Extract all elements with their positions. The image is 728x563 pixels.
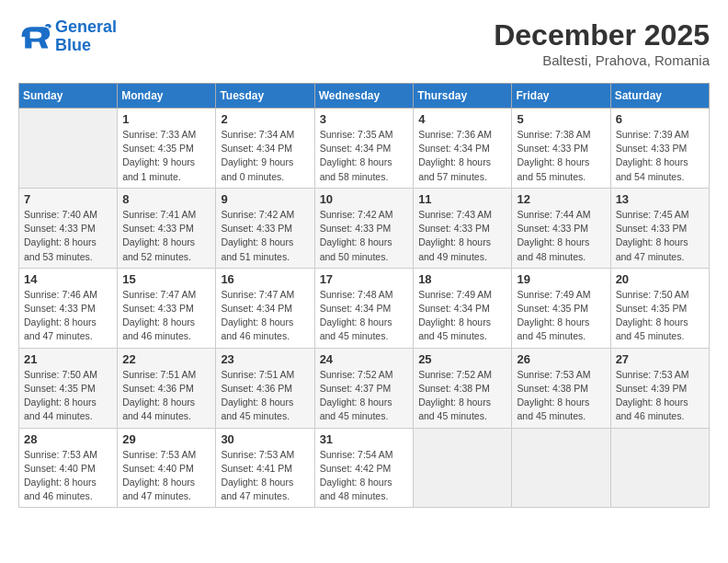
calendar-day: 8 Sunrise: 7:41 AMSunset: 4:33 PMDayligh… (118, 188, 216, 268)
day-info: Sunrise: 7:51 AMSunset: 4:36 PMDaylight:… (221, 368, 309, 424)
day-number: 12 (517, 192, 605, 206)
calendar-day: 30 Sunrise: 7:53 AMSunset: 4:41 PMDaylig… (216, 428, 314, 508)
day-info: Sunrise: 7:42 AMSunset: 4:33 PMDaylight:… (320, 208, 409, 264)
calendar-day: 12 Sunrise: 7:44 AMSunset: 4:33 PMDaylig… (512, 188, 610, 268)
day-info: Sunrise: 7:47 AMSunset: 4:34 PMDaylight:… (221, 288, 309, 344)
calendar-day: 11 Sunrise: 7:43 AMSunset: 4:33 PMDaylig… (414, 188, 512, 268)
day-info: Sunrise: 7:52 AMSunset: 4:38 PMDaylight:… (418, 368, 506, 424)
calendar-header-sunday: Sunday (19, 84, 118, 109)
calendar-day (512, 428, 610, 508)
page-header: General Blue December 2025 Baltesti, Pra… (18, 18, 710, 68)
calendar-day: 7 Sunrise: 7:40 AMSunset: 4:33 PMDayligh… (19, 188, 118, 268)
day-info: Sunrise: 7:49 AMSunset: 4:35 PMDaylight:… (517, 288, 605, 344)
day-info: Sunrise: 7:36 AMSunset: 4:34 PMDaylight:… (418, 128, 506, 184)
calendar-header-row: SundayMondayTuesdayWednesdayThursdayFrid… (19, 84, 710, 109)
calendar-day: 26 Sunrise: 7:53 AMSunset: 4:38 PMDaylig… (512, 348, 610, 428)
calendar-header-wednesday: Wednesday (314, 84, 414, 109)
day-info: Sunrise: 7:44 AMSunset: 4:33 PMDaylight:… (517, 208, 605, 264)
calendar-day: 25 Sunrise: 7:52 AMSunset: 4:38 PMDaylig… (414, 348, 512, 428)
day-number: 15 (122, 272, 210, 286)
day-number: 28 (24, 432, 112, 446)
day-number: 11 (418, 192, 506, 206)
calendar-day: 1 Sunrise: 7:33 AMSunset: 4:35 PMDayligh… (118, 109, 216, 189)
calendar-week-4: 21 Sunrise: 7:50 AMSunset: 4:35 PMDaylig… (19, 348, 710, 428)
calendar-day (19, 109, 118, 189)
day-number: 24 (320, 352, 409, 366)
calendar-header-tuesday: Tuesday (216, 84, 314, 109)
calendar-day: 2 Sunrise: 7:34 AMSunset: 4:34 PMDayligh… (216, 109, 314, 189)
calendar-header-friday: Friday (512, 84, 610, 109)
day-number: 7 (24, 192, 112, 206)
day-info: Sunrise: 7:49 AMSunset: 4:34 PMDaylight:… (418, 288, 506, 344)
day-number: 20 (616, 272, 704, 286)
day-number: 10 (320, 192, 409, 206)
day-number: 6 (616, 112, 704, 126)
calendar-day: 6 Sunrise: 7:39 AMSunset: 4:33 PMDayligh… (610, 109, 709, 189)
day-info: Sunrise: 7:48 AMSunset: 4:34 PMDaylight:… (320, 288, 409, 344)
month-year: December 2025 (494, 18, 710, 52)
day-info: Sunrise: 7:53 AMSunset: 4:40 PMDaylight:… (122, 448, 210, 504)
day-number: 3 (320, 112, 409, 126)
calendar-day: 20 Sunrise: 7:50 AMSunset: 4:35 PMDaylig… (610, 268, 709, 348)
day-info: Sunrise: 7:53 AMSunset: 4:40 PMDaylight:… (24, 448, 112, 504)
calendar-day: 5 Sunrise: 7:38 AMSunset: 4:33 PMDayligh… (512, 109, 610, 189)
day-number: 22 (122, 352, 210, 366)
calendar-day: 19 Sunrise: 7:49 AMSunset: 4:35 PMDaylig… (512, 268, 610, 348)
calendar-day: 16 Sunrise: 7:47 AMSunset: 4:34 PMDaylig… (216, 268, 314, 348)
day-number: 14 (24, 272, 112, 286)
day-info: Sunrise: 7:53 AMSunset: 4:41 PMDaylight:… (221, 448, 309, 504)
day-info: Sunrise: 7:50 AMSunset: 4:35 PMDaylight:… (24, 368, 112, 424)
logo: General Blue (18, 18, 117, 55)
day-info: Sunrise: 7:51 AMSunset: 4:36 PMDaylight:… (122, 368, 210, 424)
day-number: 18 (418, 272, 506, 286)
location: Baltesti, Prahova, Romania (494, 52, 710, 68)
day-number: 13 (616, 192, 704, 206)
day-info: Sunrise: 7:39 AMSunset: 4:33 PMDaylight:… (616, 128, 704, 184)
day-number: 17 (320, 272, 409, 286)
day-info: Sunrise: 7:42 AMSunset: 4:33 PMDaylight:… (221, 208, 309, 264)
calendar-day (610, 428, 709, 508)
day-number: 19 (517, 272, 605, 286)
calendar-header-thursday: Thursday (414, 84, 512, 109)
calendar-day: 3 Sunrise: 7:35 AMSunset: 4:34 PMDayligh… (314, 109, 414, 189)
day-number: 16 (221, 272, 309, 286)
calendar-day: 13 Sunrise: 7:45 AMSunset: 4:33 PMDaylig… (610, 188, 709, 268)
calendar-day: 9 Sunrise: 7:42 AMSunset: 4:33 PMDayligh… (216, 188, 314, 268)
day-info: Sunrise: 7:46 AMSunset: 4:33 PMDaylight:… (24, 288, 112, 344)
day-number: 30 (221, 432, 309, 446)
day-number: 1 (122, 112, 210, 126)
day-number: 25 (418, 352, 506, 366)
calendar-day: 31 Sunrise: 7:54 AMSunset: 4:42 PMDaylig… (314, 428, 414, 508)
day-number: 4 (418, 112, 506, 126)
day-info: Sunrise: 7:34 AMSunset: 4:34 PMDaylight:… (221, 128, 309, 184)
calendar-day: 10 Sunrise: 7:42 AMSunset: 4:33 PMDaylig… (314, 188, 414, 268)
calendar-week-3: 14 Sunrise: 7:46 AMSunset: 4:33 PMDaylig… (19, 268, 710, 348)
day-info: Sunrise: 7:47 AMSunset: 4:33 PMDaylight:… (122, 288, 210, 344)
day-info: Sunrise: 7:53 AMSunset: 4:38 PMDaylight:… (517, 368, 605, 424)
calendar-day: 24 Sunrise: 7:52 AMSunset: 4:37 PMDaylig… (314, 348, 414, 428)
day-info: Sunrise: 7:45 AMSunset: 4:33 PMDaylight:… (616, 208, 704, 264)
day-number: 9 (221, 192, 309, 206)
day-info: Sunrise: 7:54 AMSunset: 4:42 PMDaylight:… (320, 448, 409, 504)
calendar-day: 15 Sunrise: 7:47 AMSunset: 4:33 PMDaylig… (118, 268, 216, 348)
calendar-day: 29 Sunrise: 7:53 AMSunset: 4:40 PMDaylig… (118, 428, 216, 508)
day-number: 27 (616, 352, 704, 366)
day-info: Sunrise: 7:50 AMSunset: 4:35 PMDaylight:… (616, 288, 704, 344)
calendar-day: 21 Sunrise: 7:50 AMSunset: 4:35 PMDaylig… (19, 348, 118, 428)
calendar-week-1: 1 Sunrise: 7:33 AMSunset: 4:35 PMDayligh… (19, 109, 710, 189)
day-number: 29 (122, 432, 210, 446)
day-number: 2 (221, 112, 309, 126)
title-block: December 2025 Baltesti, Prahova, Romania (494, 18, 710, 68)
calendar-day: 27 Sunrise: 7:53 AMSunset: 4:39 PMDaylig… (610, 348, 709, 428)
day-info: Sunrise: 7:52 AMSunset: 4:37 PMDaylight:… (320, 368, 409, 424)
day-number: 23 (221, 352, 309, 366)
logo-icon (18, 20, 51, 53)
day-info: Sunrise: 7:53 AMSunset: 4:39 PMDaylight:… (616, 368, 704, 424)
calendar-day: 22 Sunrise: 7:51 AMSunset: 4:36 PMDaylig… (118, 348, 216, 428)
day-info: Sunrise: 7:38 AMSunset: 4:33 PMDaylight:… (517, 128, 605, 184)
day-info: Sunrise: 7:40 AMSunset: 4:33 PMDaylight:… (24, 208, 112, 264)
day-info: Sunrise: 7:35 AMSunset: 4:34 PMDaylight:… (320, 128, 409, 184)
day-number: 21 (24, 352, 112, 366)
calendar-day: 14 Sunrise: 7:46 AMSunset: 4:33 PMDaylig… (19, 268, 118, 348)
calendar-day: 18 Sunrise: 7:49 AMSunset: 4:34 PMDaylig… (414, 268, 512, 348)
